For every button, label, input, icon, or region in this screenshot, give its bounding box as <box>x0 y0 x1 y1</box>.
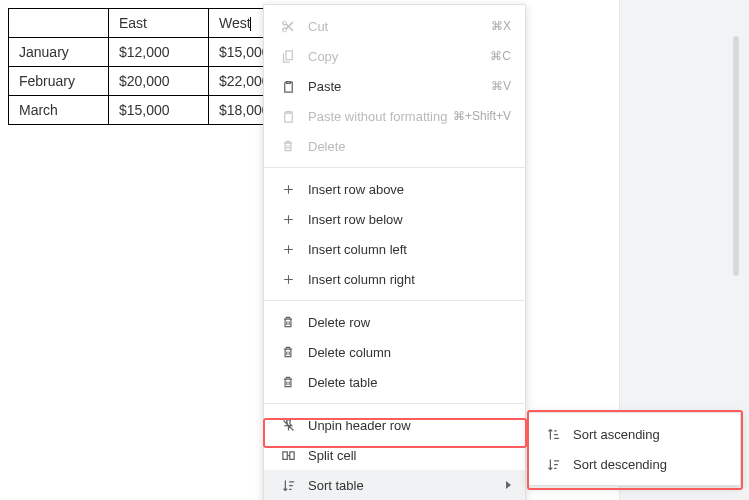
cut-icon <box>278 19 298 34</box>
scrollbar[interactable] <box>733 36 739 276</box>
menu-item-delete-row[interactable]: Delete row <box>264 307 525 337</box>
menu-item-label: Copy <box>298 49 490 64</box>
menu-item-label: Delete <box>298 139 511 154</box>
menu-separator <box>264 300 525 301</box>
menu-item-label: Paste without formatting <box>298 109 453 124</box>
text-cursor <box>250 17 251 31</box>
cell-month[interactable]: March <box>9 96 109 125</box>
menu-item-label: Sort table <box>298 478 498 493</box>
trash-icon <box>278 315 298 329</box>
menu-item-unpin-header-row[interactable]: Unpin header row <box>264 410 525 440</box>
plus-icon <box>278 183 298 196</box>
trash-icon <box>278 375 298 389</box>
menu-item-insert-row-above[interactable]: Insert row above <box>264 174 525 204</box>
context-menu: Cut⌘XCopy⌘CPaste⌘VPaste without formatti… <box>263 4 526 500</box>
menu-item-delete: Delete <box>264 131 525 161</box>
menu-shortcut: ⌘V <box>491 79 511 93</box>
header-blank[interactable] <box>9 9 109 38</box>
cell-east[interactable]: $15,000 <box>109 96 209 125</box>
menu-item-delete-column[interactable]: Delete column <box>264 337 525 367</box>
trash-icon <box>278 345 298 359</box>
menu-item-label: Delete table <box>298 375 511 390</box>
plus-icon <box>278 213 298 226</box>
menu-item-split-cell[interactable]: Split cell <box>264 440 525 470</box>
menu-item-insert-column-left[interactable]: Insert column left <box>264 234 525 264</box>
menu-item-label: Paste <box>298 79 491 94</box>
unpin-icon <box>278 418 298 433</box>
menu-item-label: Insert column right <box>298 272 511 287</box>
menu-item-cut: Cut⌘X <box>264 11 525 41</box>
menu-item-label: Split cell <box>298 448 511 463</box>
cell-month[interactable]: February <box>9 67 109 96</box>
sort-desc-icon <box>543 457 563 472</box>
trash-icon <box>278 139 298 153</box>
cell-month[interactable]: January <box>9 38 109 67</box>
plus-icon <box>278 243 298 256</box>
submenu-item-sort-ascending[interactable]: Sort ascending <box>529 419 740 449</box>
menu-item-copy: Copy⌘C <box>264 41 525 71</box>
paste-plain-icon <box>278 109 298 124</box>
menu-separator <box>264 403 525 404</box>
plus-icon <box>278 273 298 286</box>
menu-separator <box>264 167 525 168</box>
sort-submenu: Sort ascendingSort descending <box>528 412 741 486</box>
split-icon <box>278 448 298 463</box>
header-east[interactable]: East <box>109 9 209 38</box>
sort-asc-icon <box>543 427 563 442</box>
menu-item-label: Delete column <box>298 345 511 360</box>
menu-item-paste-without-formatting: Paste without formatting⌘+Shift+V <box>264 101 525 131</box>
submenu-item-sort-descending[interactable]: Sort descending <box>529 449 740 479</box>
chevron-right-icon <box>506 481 511 489</box>
cell-east[interactable]: $12,000 <box>109 38 209 67</box>
submenu-item-label: Sort descending <box>563 457 726 472</box>
menu-item-paste[interactable]: Paste⌘V <box>264 71 525 101</box>
cell-east[interactable]: $20,000 <box>109 67 209 96</box>
menu-item-label: Cut <box>298 19 491 34</box>
sort-icon <box>278 478 298 493</box>
menu-shortcut: ⌘+Shift+V <box>453 109 511 123</box>
menu-item-label: Unpin header row <box>298 418 511 433</box>
menu-item-insert-column-right[interactable]: Insert column right <box>264 264 525 294</box>
menu-item-sort-table[interactable]: Sort table <box>264 470 525 500</box>
menu-item-insert-row-below[interactable]: Insert row below <box>264 204 525 234</box>
menu-shortcut: ⌘C <box>490 49 511 63</box>
submenu-item-label: Sort ascending <box>563 427 726 442</box>
menu-item-label: Insert row below <box>298 212 511 227</box>
menu-item-label: Insert column left <box>298 242 511 257</box>
menu-shortcut: ⌘X <box>491 19 511 33</box>
paste-icon <box>278 79 298 94</box>
menu-item-label: Delete row <box>298 315 511 330</box>
menu-item-label: Insert row above <box>298 182 511 197</box>
copy-icon <box>278 49 298 64</box>
menu-item-delete-table[interactable]: Delete table <box>264 367 525 397</box>
